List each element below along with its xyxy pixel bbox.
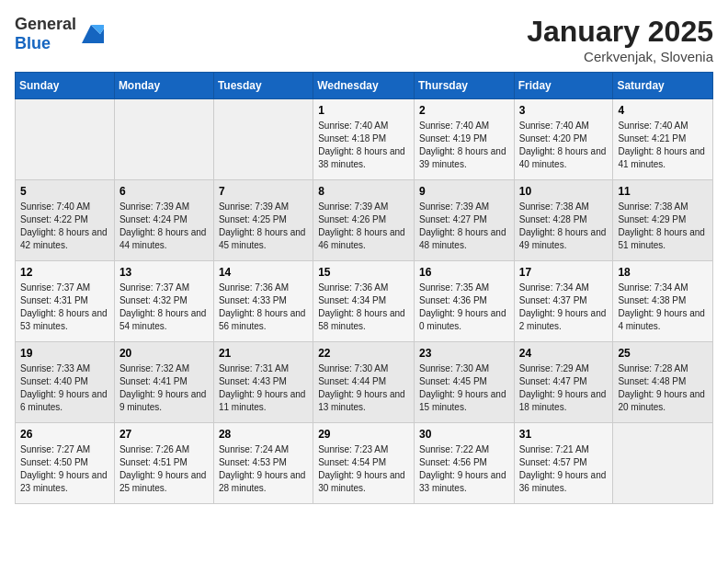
calendar-cell: 27Sunrise: 7:26 AMSunset: 4:51 PMDayligh…: [114, 423, 213, 504]
day-number: 7: [219, 185, 308, 198]
weekday-header-row: SundayMondayTuesdayWednesdayThursdayFrid…: [16, 73, 713, 99]
day-number: 4: [618, 104, 708, 117]
calendar-cell: 2Sunrise: 7:40 AMSunset: 4:19 PMDaylight…: [414, 99, 514, 180]
week-row-2: 5Sunrise: 7:40 AMSunset: 4:22 PMDaylight…: [16, 180, 713, 261]
calendar-cell: 9Sunrise: 7:39 AMSunset: 4:27 PMDaylight…: [414, 180, 514, 261]
calendar-cell: 19Sunrise: 7:33 AMSunset: 4:40 PMDayligh…: [16, 342, 115, 423]
day-info: Sunrise: 7:37 AMSunset: 4:31 PMDaylight:…: [20, 282, 109, 333]
calendar-cell: 25Sunrise: 7:28 AMSunset: 4:48 PMDayligh…: [613, 342, 713, 423]
day-info: Sunrise: 7:28 AMSunset: 4:48 PMDaylight:…: [618, 362, 708, 414]
day-info: Sunrise: 7:36 AMSunset: 4:33 PMDaylight:…: [219, 282, 308, 333]
day-number: 15: [318, 266, 409, 279]
day-info: Sunrise: 7:38 AMSunset: 4:28 PMDaylight:…: [519, 201, 609, 252]
month-title: January 2025: [527, 15, 713, 49]
day-number: 5: [20, 185, 109, 198]
day-info: Sunrise: 7:40 AMSunset: 4:22 PMDaylight:…: [20, 201, 109, 252]
day-number: 16: [419, 266, 509, 279]
day-info: Sunrise: 7:34 AMSunset: 4:38 PMDaylight:…: [618, 282, 708, 333]
day-info: Sunrise: 7:32 AMSunset: 4:41 PMDaylight:…: [119, 362, 209, 414]
calendar-cell: 15Sunrise: 7:36 AMSunset: 4:34 PMDayligh…: [313, 261, 415, 342]
weekday-header-monday: Monday: [114, 73, 213, 99]
calendar-cell: [613, 423, 713, 504]
day-number: 30: [419, 428, 509, 441]
calendar-cell: 28Sunrise: 7:24 AMSunset: 4:53 PMDayligh…: [213, 423, 313, 504]
logo-blue: Blue: [15, 34, 51, 52]
week-row-4: 19Sunrise: 7:33 AMSunset: 4:40 PMDayligh…: [16, 342, 713, 423]
day-number: 8: [318, 185, 409, 198]
weekday-header-saturday: Saturday: [613, 73, 713, 99]
day-info: Sunrise: 7:40 AMSunset: 4:21 PMDaylight:…: [618, 120, 708, 171]
logo-icon: [78, 21, 104, 47]
day-number: 23: [419, 347, 509, 360]
day-number: 22: [318, 347, 409, 360]
day-number: 10: [519, 185, 609, 198]
day-number: 29: [318, 428, 409, 441]
weekday-header-friday: Friday: [514, 73, 613, 99]
day-info: Sunrise: 7:30 AMSunset: 4:45 PMDaylight:…: [419, 362, 509, 414]
calendar-cell: 16Sunrise: 7:35 AMSunset: 4:36 PMDayligh…: [414, 261, 514, 342]
page-header: General Blue January 2025 Cerkvenjak, Sl…: [15, 15, 713, 64]
day-info: Sunrise: 7:39 AMSunset: 4:27 PMDaylight:…: [419, 201, 509, 252]
day-number: 31: [519, 428, 609, 441]
day-number: 24: [519, 347, 609, 360]
logo: General Blue: [15, 15, 104, 53]
calendar-cell: 20Sunrise: 7:32 AMSunset: 4:41 PMDayligh…: [114, 342, 213, 423]
calendar-cell: 17Sunrise: 7:34 AMSunset: 4:37 PMDayligh…: [514, 261, 613, 342]
calendar-cell: 14Sunrise: 7:36 AMSunset: 4:33 PMDayligh…: [213, 261, 313, 342]
day-number: 12: [20, 266, 109, 279]
day-info: Sunrise: 7:36 AMSunset: 4:34 PMDaylight:…: [318, 282, 409, 333]
day-number: 17: [519, 266, 609, 279]
day-info: Sunrise: 7:39 AMSunset: 4:26 PMDaylight:…: [318, 201, 409, 252]
day-number: 1: [318, 104, 409, 117]
calendar-cell: 23Sunrise: 7:30 AMSunset: 4:45 PMDayligh…: [414, 342, 514, 423]
calendar-cell: 4Sunrise: 7:40 AMSunset: 4:21 PMDaylight…: [613, 99, 713, 180]
day-info: Sunrise: 7:22 AMSunset: 4:56 PMDaylight:…: [419, 443, 509, 495]
day-number: 3: [519, 104, 609, 117]
day-info: Sunrise: 7:24 AMSunset: 4:53 PMDaylight:…: [219, 443, 308, 495]
day-info: Sunrise: 7:39 AMSunset: 4:24 PMDaylight:…: [119, 201, 209, 252]
calendar-cell: 18Sunrise: 7:34 AMSunset: 4:38 PMDayligh…: [613, 261, 713, 342]
day-info: Sunrise: 7:35 AMSunset: 4:36 PMDaylight:…: [419, 282, 509, 333]
calendar-table: SundayMondayTuesdayWednesdayThursdayFrid…: [15, 72, 713, 504]
calendar-cell: 3Sunrise: 7:40 AMSunset: 4:20 PMDaylight…: [514, 99, 613, 180]
calendar-cell: 12Sunrise: 7:37 AMSunset: 4:31 PMDayligh…: [16, 261, 115, 342]
week-row-3: 12Sunrise: 7:37 AMSunset: 4:31 PMDayligh…: [16, 261, 713, 342]
day-number: 19: [20, 347, 109, 360]
weekday-header-thursday: Thursday: [414, 73, 514, 99]
calendar-cell: 11Sunrise: 7:38 AMSunset: 4:29 PMDayligh…: [613, 180, 713, 261]
day-info: Sunrise: 7:30 AMSunset: 4:44 PMDaylight:…: [318, 362, 409, 414]
day-info: Sunrise: 7:21 AMSunset: 4:57 PMDaylight:…: [519, 443, 609, 495]
calendar-cell: [16, 99, 115, 180]
day-number: 27: [119, 428, 209, 441]
day-number: 14: [219, 266, 308, 279]
calendar-cell: 6Sunrise: 7:39 AMSunset: 4:24 PMDaylight…: [114, 180, 213, 261]
calendar-cell: 26Sunrise: 7:27 AMSunset: 4:50 PMDayligh…: [16, 423, 115, 504]
day-number: 9: [419, 185, 509, 198]
calendar-cell: 7Sunrise: 7:39 AMSunset: 4:25 PMDaylight…: [213, 180, 313, 261]
day-info: Sunrise: 7:31 AMSunset: 4:43 PMDaylight:…: [219, 362, 308, 414]
calendar-cell: 8Sunrise: 7:39 AMSunset: 4:26 PMDaylight…: [313, 180, 415, 261]
day-number: 26: [20, 428, 109, 441]
calendar-cell: 1Sunrise: 7:40 AMSunset: 4:18 PMDaylight…: [313, 99, 415, 180]
calendar-cell: [114, 99, 213, 180]
weekday-header-wednesday: Wednesday: [313, 73, 415, 99]
day-info: Sunrise: 7:40 AMSunset: 4:19 PMDaylight:…: [419, 120, 509, 171]
calendar-cell: 24Sunrise: 7:29 AMSunset: 4:47 PMDayligh…: [514, 342, 613, 423]
day-info: Sunrise: 7:33 AMSunset: 4:40 PMDaylight:…: [20, 362, 109, 414]
day-number: 6: [119, 185, 209, 198]
calendar-cell: 13Sunrise: 7:37 AMSunset: 4:32 PMDayligh…: [114, 261, 213, 342]
logo-general: General: [15, 15, 76, 33]
day-number: 20: [119, 347, 209, 360]
day-info: Sunrise: 7:29 AMSunset: 4:47 PMDaylight:…: [519, 362, 609, 414]
calendar-cell: 29Sunrise: 7:23 AMSunset: 4:54 PMDayligh…: [313, 423, 415, 504]
weekday-header-sunday: Sunday: [16, 73, 115, 99]
week-row-1: 1Sunrise: 7:40 AMSunset: 4:18 PMDaylight…: [16, 99, 713, 180]
calendar-cell: 5Sunrise: 7:40 AMSunset: 4:22 PMDaylight…: [16, 180, 115, 261]
location: Cerkvenjak, Slovenia: [527, 49, 713, 64]
day-info: Sunrise: 7:40 AMSunset: 4:20 PMDaylight:…: [519, 120, 609, 171]
day-info: Sunrise: 7:26 AMSunset: 4:51 PMDaylight:…: [119, 443, 209, 495]
calendar-cell: 31Sunrise: 7:21 AMSunset: 4:57 PMDayligh…: [514, 423, 613, 504]
day-number: 13: [119, 266, 209, 279]
calendar-cell: [213, 99, 313, 180]
calendar-cell: 10Sunrise: 7:38 AMSunset: 4:28 PMDayligh…: [514, 180, 613, 261]
